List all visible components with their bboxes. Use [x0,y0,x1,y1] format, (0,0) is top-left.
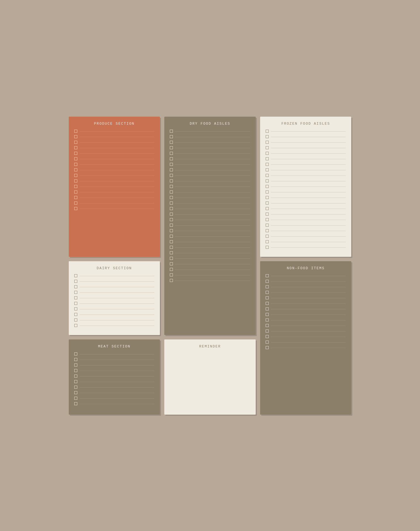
checkbox[interactable] [266,213,269,216]
list-item[interactable] [266,213,346,216]
checkbox[interactable] [74,302,77,305]
list-item[interactable] [266,130,346,133]
checkbox[interactable] [74,363,77,367]
list-item[interactable] [74,141,155,144]
checkbox[interactable] [266,329,269,333]
checkbox[interactable] [74,157,77,160]
checkbox[interactable] [74,190,77,193]
checkbox[interactable] [266,313,269,316]
list-item[interactable] [170,224,250,227]
list-item[interactable] [170,152,250,155]
checkbox[interactable] [170,224,173,227]
list-item[interactable] [170,168,250,171]
checkbox[interactable] [170,179,173,182]
checkbox[interactable] [266,135,269,138]
list-item[interactable] [170,135,250,138]
list-item[interactable] [170,179,250,182]
checkbox[interactable] [74,380,77,383]
checkbox[interactable] [74,291,77,294]
checkbox[interactable] [266,318,269,321]
list-item[interactable] [266,341,346,344]
list-item[interactable] [74,318,155,321]
checkbox[interactable] [74,307,77,310]
list-item[interactable] [74,285,155,288]
list-item[interactable] [266,135,346,138]
checkbox[interactable] [170,257,173,260]
list-item[interactable] [170,130,250,133]
checkbox[interactable] [74,375,77,378]
list-item[interactable] [266,296,346,299]
checkbox[interactable] [74,135,77,138]
list-item[interactable] [74,179,155,182]
checkbox[interactable] [74,369,77,372]
checkbox[interactable] [74,397,77,400]
list-item[interactable] [74,313,155,316]
list-item[interactable] [266,285,346,288]
list-item[interactable] [170,185,250,188]
checkbox[interactable] [74,285,77,288]
checkbox[interactable] [170,130,173,133]
checkbox[interactable] [170,273,173,276]
list-item[interactable] [170,141,250,144]
checkbox[interactable] [74,130,77,133]
list-item[interactable] [74,302,155,305]
list-item[interactable] [74,157,155,160]
checkbox[interactable] [74,168,77,171]
checkbox[interactable] [170,141,173,144]
list-item[interactable] [74,386,155,389]
list-item[interactable] [266,291,346,294]
list-item[interactable] [74,402,155,405]
checkbox[interactable] [266,246,269,249]
list-item[interactable] [266,246,346,249]
checkbox[interactable] [74,152,77,155]
list-item[interactable] [74,363,155,367]
list-item[interactable] [266,280,346,283]
checkbox[interactable] [74,146,77,149]
checkbox[interactable] [170,202,173,205]
checkbox[interactable] [170,213,173,216]
list-item[interactable] [266,235,346,238]
list-item[interactable] [266,146,346,149]
list-item[interactable] [266,218,346,221]
checkbox[interactable] [74,324,77,327]
list-item[interactable] [266,185,346,188]
checkbox[interactable] [74,207,77,210]
list-item[interactable] [170,235,250,238]
list-item[interactable] [74,130,155,133]
list-item[interactable] [74,196,155,199]
list-item[interactable] [170,202,250,205]
checkbox[interactable] [74,141,77,144]
checkbox[interactable] [266,196,269,199]
list-item[interactable] [74,307,155,310]
checkbox[interactable] [266,179,269,182]
checkbox[interactable] [170,262,173,265]
checkbox[interactable] [74,296,77,299]
list-item[interactable] [170,196,250,199]
list-item[interactable] [74,163,155,166]
list-item[interactable] [266,190,346,193]
list-item[interactable] [170,190,250,193]
list-item[interactable] [266,240,346,243]
checkbox[interactable] [266,285,269,288]
list-item[interactable] [74,291,155,294]
list-item[interactable] [266,207,346,210]
list-item[interactable] [266,318,346,321]
checkbox[interactable] [170,218,173,221]
list-item[interactable] [74,202,155,205]
checkbox[interactable] [170,168,173,171]
list-item[interactable] [266,307,346,310]
checkbox[interactable] [74,163,77,166]
list-item[interactable] [74,152,155,155]
list-item[interactable] [74,380,155,383]
list-item[interactable] [266,302,346,305]
list-item[interactable] [74,185,155,188]
checkbox[interactable] [170,135,173,138]
list-item[interactable] [266,335,346,338]
checkbox[interactable] [170,279,173,282]
list-item[interactable] [74,358,155,361]
checkbox[interactable] [74,318,77,321]
list-item[interactable] [170,273,250,276]
checkbox[interactable] [170,152,173,155]
checkbox[interactable] [266,229,269,232]
checkbox[interactable] [266,274,269,277]
